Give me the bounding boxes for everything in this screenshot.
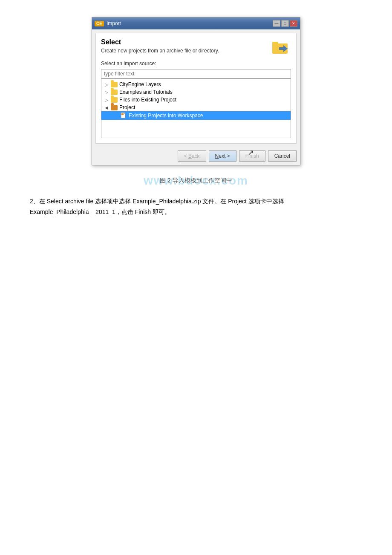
dialog-header: Select Create new projects from an archi…	[101, 38, 291, 55]
tree-arrow-project: ◀	[105, 105, 110, 110]
tree-item-project[interactable]: ◀ Project	[101, 104, 291, 111]
source-label: Select an import source:	[101, 61, 291, 66]
finish-button[interactable]: Finish	[239, 150, 265, 162]
folder-icon-project	[111, 105, 118, 110]
dialog-content: Select Create new projects from an archi…	[95, 33, 297, 144]
tree-label-examples: Examples and Tutorials	[119, 89, 173, 95]
folder-icon-cityengine	[111, 82, 118, 87]
title-bar: CE Import — □ ✕	[92, 17, 300, 29]
file-icon-existing	[120, 112, 127, 119]
maximize-button[interactable]: □	[281, 20, 289, 27]
caption-row: www.bdocx.com 图 2 导入模板到工作空间中	[92, 172, 300, 189]
header-title: Select	[101, 38, 219, 46]
folder-icon-files	[111, 97, 118, 103]
svg-rect-3	[279, 47, 283, 50]
cancel-button[interactable]: Cancel	[268, 150, 297, 162]
folder-icon-examples	[111, 90, 118, 95]
tree-label-cityengine: CityEngine Layers	[119, 81, 161, 87]
tree-label-files: Files into Existing Project	[119, 97, 176, 103]
dialog-icon	[271, 38, 291, 55]
body-section: 2、在 Select archive file 选择项中选择 Example_P…	[30, 196, 362, 217]
tree-arrow-files: ▷	[105, 98, 110, 102]
title-bar-left: CE Import	[95, 20, 121, 26]
import-icon-svg	[271, 39, 290, 55]
header-text: Select Create new projects from an archi…	[101, 38, 219, 54]
close-button[interactable]: ✕	[290, 20, 297, 27]
tree-arrow-cityengine: ▷	[105, 82, 110, 87]
tree-item-cityengine-layers[interactable]: ▷ CityEngine Layers	[101, 81, 291, 88]
next-button[interactable]: Next >	[209, 150, 236, 162]
caption-text: 图 2 导入模板到工作空间中	[160, 177, 232, 185]
window-controls: — □ ✕	[273, 20, 297, 27]
tree-label-project: Project	[119, 104, 135, 110]
tree-item-files[interactable]: ▷ Files into Existing Project	[101, 96, 291, 104]
header-subtitle: Create new projects from an archive file…	[101, 48, 219, 54]
back-button[interactable]: < Back	[178, 150, 206, 162]
tree-label-existing: Existing Projects into Workspace	[129, 113, 203, 119]
tree-item-existing-projects[interactable]: ▷ Existing Projects into Workspace	[101, 111, 291, 120]
svg-rect-6	[121, 113, 124, 115]
import-dialog: CE Import — □ ✕ Select Create new projec…	[92, 17, 300, 165]
body-paragraph: 2、在 Select archive file 选择项中选择 Example_P…	[30, 196, 362, 217]
dialog-footer: ↗ < Back Next > Finish Cancel	[92, 147, 300, 165]
caption-wrapper: www.bdocx.com 图 2 导入模板到工作空间中	[92, 172, 300, 189]
tree-container: ▷ CityEngine Layers ▷ Examples and Tutor…	[101, 78, 291, 138]
app-badge: CE	[95, 21, 104, 26]
dialog-title: Import	[107, 20, 121, 26]
tree-arrow-examples: ▷	[105, 90, 110, 95]
tree-item-examples[interactable]: ▷ Examples and Tutorials	[101, 88, 291, 96]
svg-rect-1	[272, 42, 278, 44]
filter-input[interactable]	[101, 69, 291, 78]
minimize-button[interactable]: —	[273, 20, 280, 27]
